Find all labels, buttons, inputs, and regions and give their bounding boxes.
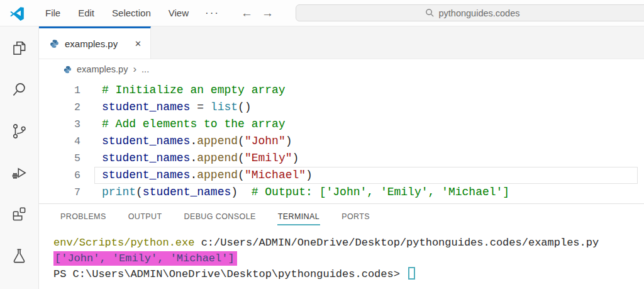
chevron-right-icon: › xyxy=(133,63,136,76)
terminal-text: env/Scripts/python.exe xyxy=(53,237,194,249)
code-line[interactable]: 3# Add elements to the array xyxy=(39,116,644,133)
code-text: print(student_names) # Output: ['John', … xyxy=(80,184,509,201)
code-text: # Initialize an empty array xyxy=(80,82,286,99)
breadcrumb-file[interactable]: examples.py xyxy=(77,64,128,74)
line-number: 2 xyxy=(39,99,80,116)
code-line[interactable]: 5student_names.append("Emily") xyxy=(39,150,644,167)
code-editor[interactable]: 1# Initialize an empty array2student_nam… xyxy=(39,79,644,203)
terminal-output-highlighted: ['John', 'Emily', 'Michael'] xyxy=(53,251,237,266)
terminal-lines: env/Scripts/python.exe c:/Users/ADMIN/On… xyxy=(53,235,644,282)
code-text: student_names.append("Emily") xyxy=(80,150,299,167)
terminal-line: PS C:\Users\ADMIN\OneDrive\Desktop\pytho… xyxy=(53,266,644,282)
code-text: student_names = list() xyxy=(80,99,252,116)
search-sidebar-icon[interactable] xyxy=(6,76,33,103)
terminal-line: env/Scripts/python.exe c:/Users/ADMIN/On… xyxy=(53,235,644,251)
terminal-cursor[interactable] xyxy=(408,267,415,280)
tab-label: examples.py xyxy=(65,38,118,49)
breadcrumb-more[interactable]: ... xyxy=(142,64,149,74)
code-line[interactable]: 7print(student_names) # Output: ['John',… xyxy=(39,184,644,201)
panel-tabs: PROBLEMSOUTPUTDEBUG CONSOLETERMINALPORTS xyxy=(39,204,644,229)
menu-edit[interactable]: Edit xyxy=(69,5,103,21)
panel-tab-terminal[interactable]: TERMINAL xyxy=(277,205,320,228)
code-line[interactable]: 6student_names.append("Michael") xyxy=(39,167,644,184)
line-number: 4 xyxy=(39,133,80,150)
history-nav: ← → xyxy=(241,7,274,19)
terminal-line: ['John', 'Emily', 'Michael'] xyxy=(53,251,644,266)
tab-bar: examples.py ✕ xyxy=(39,26,644,59)
vscode-window: File Edit Selection View ··· ← → pythong… xyxy=(0,0,644,289)
back-arrow-icon[interactable]: ← xyxy=(241,7,253,19)
line-number: 6 xyxy=(39,167,80,184)
code-line[interactable]: 4student_names.append("John") xyxy=(39,133,644,150)
testing-icon[interactable] xyxy=(6,242,33,269)
activity-bar xyxy=(0,26,39,289)
panel-tab-ports[interactable]: PORTS xyxy=(341,205,370,228)
breadcrumb: examples.py › ... xyxy=(39,59,644,79)
python-file-icon xyxy=(49,38,60,49)
extensions-icon[interactable] xyxy=(6,200,33,228)
code-line[interactable]: 1# Initialize an empty array xyxy=(39,82,644,99)
python-file-icon xyxy=(63,65,72,74)
code-text: student_names.append("Michael") xyxy=(80,167,313,184)
line-number: 5 xyxy=(39,150,80,167)
tab-examples-py[interactable]: examples.py ✕ xyxy=(39,26,151,59)
explorer-icon[interactable] xyxy=(6,34,33,62)
search-input[interactable]: pythonguides.codes xyxy=(296,4,644,21)
code-line[interactable]: 2student_names = list() xyxy=(39,99,644,116)
search-icon xyxy=(425,8,435,18)
bottom-panel: PROBLEMSOUTPUTDEBUG CONSOLETERMINALPORTS… xyxy=(39,203,644,289)
terminal-text: PS C:\Users\ADMIN\OneDrive\Desktop\pytho… xyxy=(53,268,406,280)
menu-selection[interactable]: Selection xyxy=(103,5,160,21)
terminal-text: c:/Users/ADMIN/OneDrive/Desktop/pythongu… xyxy=(194,237,599,249)
title-bar: File Edit Selection View ··· ← → pythong… xyxy=(0,0,644,26)
source-control-icon[interactable] xyxy=(6,117,33,145)
panel-tab-output[interactable]: OUTPUT xyxy=(128,205,163,228)
panel-tab-debug-console[interactable]: DEBUG CONSOLE xyxy=(183,205,256,228)
code-lines: 1# Initialize an empty array2student_nam… xyxy=(39,82,644,201)
line-number: 3 xyxy=(39,116,80,133)
search-value: pythonguides.codes xyxy=(439,8,520,18)
line-number: 7 xyxy=(39,184,80,201)
vscode-logo-icon xyxy=(9,5,25,21)
terminal[interactable]: env/Scripts/python.exe c:/Users/ADMIN/On… xyxy=(39,229,644,289)
run-debug-icon[interactable] xyxy=(6,159,33,186)
menu-more-icon[interactable]: ··· xyxy=(197,4,227,22)
close-icon[interactable]: ✕ xyxy=(132,38,144,50)
panel-tab-problems[interactable]: PROBLEMS xyxy=(60,205,107,228)
menu-bar: File Edit Selection View ··· xyxy=(36,4,227,22)
menu-view[interactable]: View xyxy=(160,5,197,21)
code-text: student_names.append("John") xyxy=(80,133,292,150)
line-number: 1 xyxy=(39,82,80,99)
forward-arrow-icon[interactable]: → xyxy=(262,7,274,19)
menu-file[interactable]: File xyxy=(36,5,69,21)
code-text: # Add elements to the array xyxy=(80,116,286,133)
